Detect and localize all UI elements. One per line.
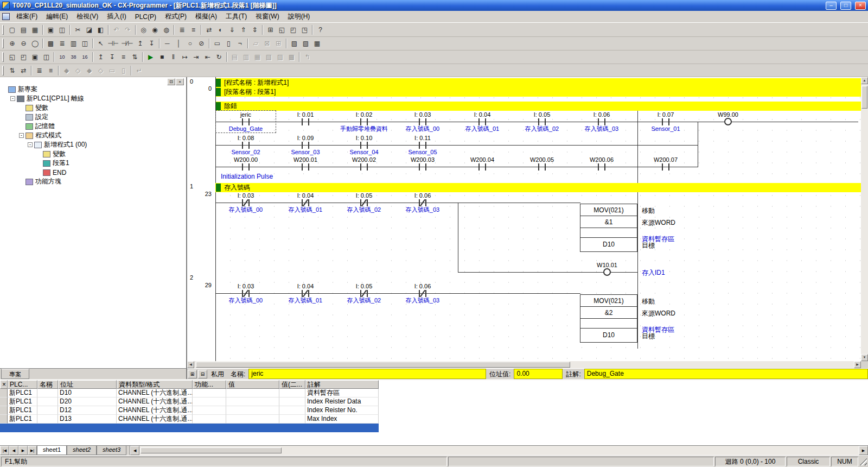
toolbar-button[interactable]: [92, 39, 93, 48]
tree-expander-icon[interactable]: [19, 179, 24, 184]
ladder-canvas[interactable]: [程式名稱 : 新增程式1] [段落名稱 : 段落1] 除錯: [215, 77, 861, 361]
toolbar-button[interactable]: ◰: [288, 24, 299, 35]
toolbar-button[interactable]: ⇥: [190, 52, 202, 62]
toolbar-button[interactable]: ⇅: [7, 65, 18, 76]
watch-scroll-thumb[interactable]: [141, 447, 282, 453]
toolbar-button[interactable]: ◪: [84, 24, 95, 35]
horizontal-scroll-thumb[interactable]: [196, 362, 570, 368]
tree-expander-icon[interactable]: [36, 170, 41, 175]
ladder-contact[interactable]: I: 0.06 存入號碼_03: [393, 192, 452, 213]
tree-expander-icon[interactable]: -: [28, 142, 33, 147]
column-header-value-binary[interactable]: 值(二...: [279, 380, 305, 389]
toolbar-button[interactable]: 16: [79, 52, 91, 62]
toolbar-button[interactable]: [42, 25, 43, 35]
toolbar-button[interactable]: ◧: [95, 24, 106, 35]
toolbar-button[interactable]: ▣: [45, 24, 56, 35]
toolbar-button[interactable]: ▶: [145, 52, 156, 62]
column-header-function[interactable]: 功能...: [193, 380, 226, 389]
toolbar-button[interactable]: [201, 25, 202, 35]
toolbar-button[interactable]: ⊣⊢: [106, 38, 120, 49]
toolbar-button[interactable]: ◇: [95, 65, 106, 76]
toolbar-button[interactable]: ⊘: [196, 38, 207, 49]
toolbar-button[interactable]: 10: [56, 52, 68, 62]
toolbar-button[interactable]: 38: [68, 52, 79, 62]
toolbar-button[interactable]: ↧: [106, 52, 118, 62]
toolbar-button[interactable]: ▯: [223, 38, 234, 49]
row-selector[interactable]: [0, 424, 8, 432]
toolbar-button[interactable]: ─: [162, 38, 173, 49]
sheet-tab[interactable]: sheet3: [97, 446, 126, 455]
menu-item[interactable]: 程式(P): [161, 10, 191, 23]
column-header-name[interactable]: 名稱: [37, 380, 58, 389]
toolbar-button[interactable]: [58, 66, 59, 75]
toolbar-button[interactable]: ✂: [72, 24, 84, 35]
toolbar-button[interactable]: ▧: [263, 52, 275, 62]
sheet-tab[interactable]: sheet2: [67, 446, 97, 455]
sheet-tab[interactable]: sheet1: [37, 446, 67, 455]
scroll-up-icon[interactable]: ▲: [861, 77, 868, 84]
menu-item[interactable]: PLC(P): [131, 11, 161, 22]
rung-comment-bar[interactable]: [程式名稱 : 新增程式1]: [215, 78, 861, 87]
toolbar-button[interactable]: ⊞: [273, 38, 284, 49]
menu-item[interactable]: 視窗(W): [251, 10, 283, 23]
toolbar-button[interactable]: ▥: [68, 38, 79, 49]
maximize-button[interactable]: □: [840, 2, 851, 10]
toolbar-button[interactable]: ↖: [95, 38, 106, 49]
toolbar-button[interactable]: ◇: [72, 65, 84, 76]
menu-item[interactable]: 工具(T): [221, 10, 251, 23]
watch-horizontal-scrollbar[interactable]: ◀ ▶: [130, 446, 868, 455]
toolbar-button[interactable]: ⇑: [238, 24, 249, 35]
row-selector[interactable]: [0, 415, 8, 424]
menu-item[interactable]: 插入(I): [103, 10, 130, 23]
toolbar-button[interactable]: ◱: [276, 24, 288, 35]
column-header-comment[interactable]: 註解: [305, 380, 379, 389]
merge-pane-icon[interactable]: ⊟: [198, 370, 207, 378]
pin-pane-icon[interactable]: ⊡: [167, 78, 175, 85]
ladder-contact[interactable]: I: 0.11 Sensor_05: [393, 135, 452, 156]
tree-expander-icon[interactable]: [2, 87, 7, 92]
toolbar-button[interactable]: [174, 25, 175, 35]
toolbar-button[interactable]: [247, 39, 248, 48]
toolbar-button[interactable]: ↦: [179, 52, 190, 62]
sheet-nav-icon[interactable]: |◀: [0, 446, 9, 455]
toolbar-button[interactable]: ≡: [118, 52, 129, 62]
column-header-address[interactable]: 位址: [58, 380, 117, 389]
menu-item[interactable]: 檔案(F): [12, 10, 42, 23]
tree-item[interactable]: 變數: [0, 103, 186, 112]
tree-item[interactable]: - 新PLC1[CP1L] 離線: [0, 94, 186, 103]
toolbar-button[interactable]: ≣: [56, 38, 68, 49]
tree-expander-icon[interactable]: -: [10, 96, 15, 101]
ladder-contact[interactable]: I: 0.05 存入號碼_02: [513, 111, 571, 132]
toolbar-button[interactable]: ▦: [29, 24, 41, 35]
toolbar-button[interactable]: ⇕: [249, 24, 260, 35]
tree-item[interactable]: - 新增程式1 (00): [0, 140, 186, 149]
toolbar-button[interactable]: │: [173, 38, 184, 49]
menu-item[interactable]: 檢視(V): [72, 10, 103, 23]
toolbar-button[interactable]: ↵: [133, 65, 145, 76]
ladder-contact[interactable]: W200.03: [393, 156, 452, 178]
toolbar-button[interactable]: ◍: [161, 24, 172, 35]
split-pane-icon[interactable]: ⊞: [188, 370, 197, 378]
toolbar-button[interactable]: ◐: [215, 24, 226, 35]
ladder-contact[interactable]: I: 0.01: [276, 111, 335, 132]
toolbar-grip[interactable]: [2, 52, 4, 62]
toolbar-button[interactable]: ▩: [286, 52, 297, 62]
tree-item[interactable]: - 程式模式: [0, 131, 186, 140]
toolbar-button[interactable]: [299, 52, 300, 62]
tree-item[interactable]: 新專案: [0, 85, 186, 94]
toolbar-button[interactable]: ■: [156, 52, 168, 62]
tree-expander-icon[interactable]: -: [19, 133, 24, 138]
toolbar-button[interactable]: ▩: [45, 38, 56, 49]
toolbar-grip[interactable]: [2, 66, 4, 75]
toolbar-button[interactable]: [92, 52, 93, 62]
menu-item[interactable]: 編輯(E): [42, 10, 72, 23]
tab-project[interactable]: 專案: [1, 369, 29, 379]
toolbar-grip[interactable]: [2, 39, 4, 48]
toolbar-button[interactable]: ◰: [18, 52, 29, 62]
ladder-contact[interactable]: I: 0.03 存入號碼_00: [393, 111, 452, 132]
toolbar-button[interactable]: ⇅: [129, 52, 141, 62]
watch-table-row[interactable]: 新PLC1 D10 CHANNEL (十六進制,通... 資料暫存區: [0, 389, 868, 397]
toolbar-button[interactable]: ⊞: [265, 24, 276, 35]
toolbar-button[interactable]: [142, 52, 143, 62]
toolbar-button[interactable]: ◫: [41, 52, 52, 62]
